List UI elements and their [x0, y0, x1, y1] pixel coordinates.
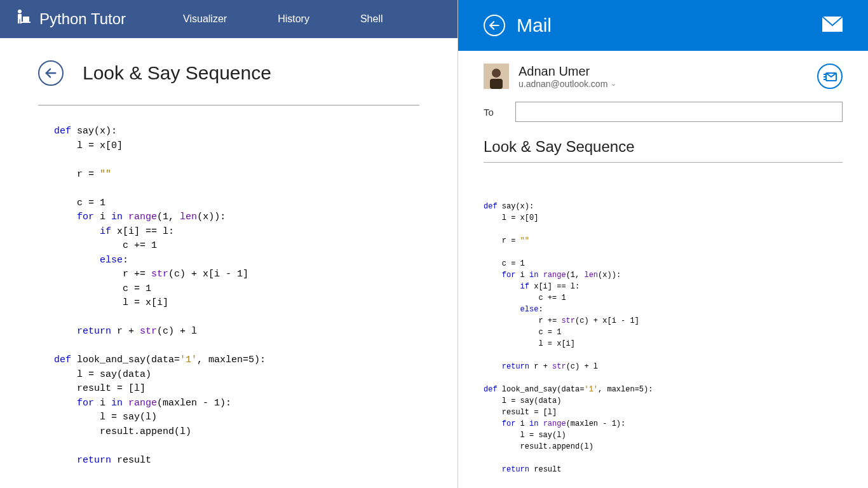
- avatar: [484, 64, 509, 89]
- sender-info: Adnan Umer u.adnan@outlook.com ⌄: [519, 64, 808, 89]
- svg-rect-4: [23, 17, 29, 22]
- svg-rect-1: [18, 14, 22, 19]
- python-tutor-pane: Python Tutor Visualizer History Shell Lo…: [0, 0, 458, 488]
- mail-header: Mail: [458, 0, 868, 51]
- title-row: Look & Say Sequence: [38, 60, 419, 86]
- svg-rect-5: [22, 22, 31, 23]
- nav-items: Visualizer History Shell: [183, 13, 383, 25]
- left-content: Look & Say Sequence def say(x): l = x[0]…: [0, 38, 458, 488]
- sender-name: Adnan Umer: [519, 64, 808, 79]
- chevron-down-icon: ⌄: [611, 79, 616, 88]
- svg-rect-11: [490, 79, 503, 89]
- sender-row: Adnan Umer u.adnan@outlook.com ⌄: [484, 64, 843, 89]
- brand-text: Python Tutor: [39, 10, 126, 28]
- page-title: Look & Say Sequence: [83, 62, 271, 84]
- mail-pane: Mail Adnan Umer u.adnan@outlook.com ⌄ To: [458, 0, 868, 488]
- to-input[interactable]: [515, 102, 843, 122]
- svg-rect-2: [18, 19, 20, 24]
- sender-email-text: u.adnan@outlook.com: [519, 79, 607, 89]
- to-label: To: [484, 107, 503, 118]
- subject-line: Look & Say Sequence: [484, 138, 843, 156]
- back-button[interactable]: [38, 60, 64, 86]
- svg-point-0: [18, 10, 22, 13]
- nav-shell[interactable]: Shell: [360, 13, 383, 25]
- mail-title: Mail: [517, 15, 552, 36]
- mail-title-group: Mail: [484, 15, 552, 36]
- mail-code-block: def say(x): l = x[0] r = "" c = 1 for i …: [484, 201, 843, 475]
- send-button[interactable]: [817, 64, 843, 89]
- divider: [38, 105, 419, 105]
- nav-visualizer[interactable]: Visualizer: [183, 13, 227, 25]
- envelope-icon[interactable]: [822, 15, 843, 36]
- svg-rect-3: [20, 19, 22, 24]
- mail-body: Adnan Umer u.adnan@outlook.com ⌄ To Look…: [458, 51, 868, 488]
- svg-point-10: [492, 69, 501, 78]
- code-block: def say(x): l = x[0] r = "" c = 1 for i …: [54, 125, 419, 468]
- brand-icon: [13, 8, 32, 30]
- left-header: Python Tutor Visualizer History Shell: [0, 0, 458, 38]
- nav-history[interactable]: History: [278, 13, 309, 25]
- brand[interactable]: Python Tutor: [13, 8, 126, 30]
- mail-back-button[interactable]: [484, 15, 505, 36]
- to-row: To: [484, 102, 843, 122]
- subject-divider: [484, 162, 843, 163]
- sender-email[interactable]: u.adnan@outlook.com ⌄: [519, 79, 808, 89]
